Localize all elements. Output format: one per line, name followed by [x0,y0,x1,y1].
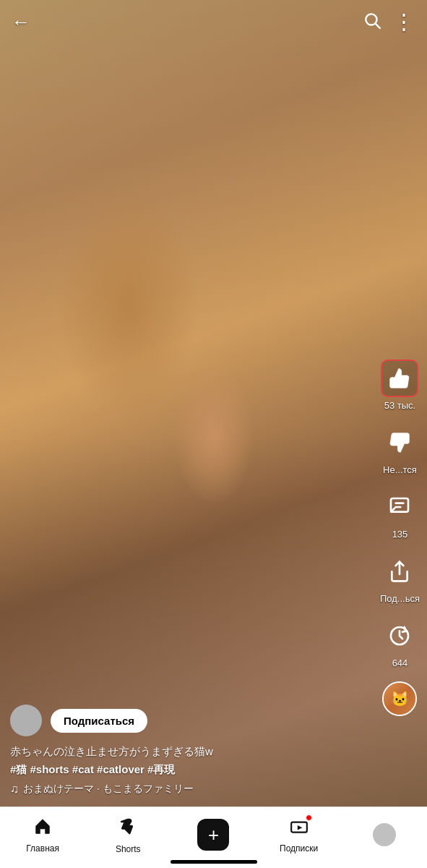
subscribe-button[interactable]: Подписаться [51,709,147,733]
share-action: Под...ься [380,553,420,604]
home-label: Главная [26,843,59,854]
more-options-icon[interactable]: ⋮ [393,11,415,33]
video-hashtags: #猫 #shorts #cat #catlover #再現 [10,763,359,777]
top-bar: ← ⋮ [0,0,427,43]
remix-button[interactable] [381,617,418,655]
search-icon[interactable] [363,11,381,33]
shorts-icon [118,816,138,841]
like-count: 53 тыс. [384,400,415,411]
share-label: Под...ься [380,593,420,604]
add-button[interactable]: + [197,819,229,851]
nav-profile[interactable] [363,823,406,846]
nav-home[interactable]: Главная [21,817,64,854]
shorts-label: Shorts [116,844,141,854]
comment-button[interactable] [381,488,418,526]
right-actions: 53 тыс. Не...тся 135 [380,359,420,716]
video-title: 赤ちゃんの泣き止ませ方がうまずぎる猫w [10,744,359,759]
nav-add[interactable]: + [191,819,235,851]
dislike-button[interactable] [381,424,418,461]
video-info: Подписаться 赤ちゃんの泣き止ませ方がうまずぎる猫w #猫 #shor… [0,705,369,803]
subscriptions-badge [306,814,312,821]
nav-subscriptions[interactable]: Подписки [277,817,321,854]
music-icon: ♫ [10,783,19,796]
home-indicator [171,860,257,864]
like-button[interactable] [381,359,418,397]
remix-count: 644 [392,658,408,668]
dislike-label: Не...тся [383,464,417,475]
svg-line-1 [376,24,380,28]
subscriptions-icon [290,817,309,841]
subscriptions-label: Подписки [280,843,318,854]
profile-avatar[interactable] [373,823,396,846]
music-label: おまぬけテーマ · もこまるファミリー [23,783,194,796]
comment-count: 135 [392,529,408,540]
comment-action: 135 [381,488,418,540]
home-icon [33,817,52,841]
like-action: 53 тыс. [381,359,418,411]
bottom-nav: Главная Shorts + Подписки [0,807,427,868]
channel-avatar-small[interactable]: 🐱 [382,681,417,716]
nav-shorts[interactable]: Shorts [106,816,150,854]
top-bar-right: ⋮ [363,11,415,33]
dislike-action: Не...тся [381,424,418,475]
music-row: ♫ おまぬけテーマ · もこまるファミリー [10,783,359,796]
avatar-image: 🐱 [384,683,415,715]
channel-row: Подписаться [10,705,359,736]
back-icon[interactable]: ← [12,12,30,31]
share-button[interactable] [381,553,418,590]
channel-avatar[interactable] [10,705,42,736]
remix-action: 644 [381,617,418,668]
top-bar-left: ← [12,12,30,31]
svg-marker-8 [297,825,302,830]
